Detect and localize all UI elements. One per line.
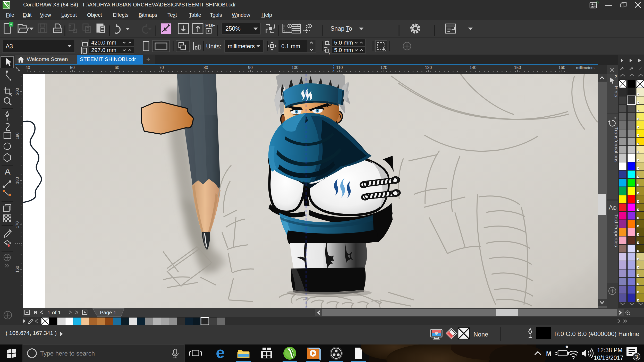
svg-text:y: y	[329, 51, 331, 55]
svg-text:Snap To: Snap To	[331, 25, 352, 32]
svg-text:0.1 mm: 0.1 mm	[281, 43, 300, 49]
svg-text:50: 50	[70, 65, 75, 70]
svg-text:140: 140	[470, 65, 477, 70]
svg-text:80: 80	[204, 65, 208, 70]
svg-text:R:0 G:0 B:0 (#000000) Hairlin: R:0 G:0 B:0 (#000000) Hairline	[554, 330, 639, 337]
svg-text:A: A	[609, 204, 613, 211]
svg-text:PDF: PDF	[205, 23, 215, 28]
svg-text:?: ?	[614, 74, 617, 79]
svg-text:M: M	[546, 350, 551, 357]
svg-text:160: 160	[558, 65, 565, 70]
svg-text:90: 90	[248, 65, 253, 70]
svg-text:A: A	[5, 167, 11, 176]
svg-text:3: 3	[635, 354, 638, 360]
svg-text:130: 130	[425, 65, 432, 70]
svg-text:120: 120	[380, 65, 387, 70]
svg-text:Type here to search: Type here to search	[40, 350, 95, 357]
svg-text:200: 200	[15, 88, 20, 95]
svg-text:Hints: Hints	[614, 86, 618, 97]
svg-text:10/13/2017: 10/13/2017	[594, 355, 623, 361]
svg-text:170: 170	[15, 221, 20, 228]
svg-text:A3: A3	[6, 43, 13, 50]
svg-text:None: None	[473, 331, 488, 338]
svg-text:250%: 250%	[225, 25, 241, 32]
svg-text:millimeters: millimeters	[228, 43, 255, 49]
svg-text:180: 180	[15, 177, 20, 184]
svg-text:297.0 mm: 297.0 mm	[91, 47, 116, 53]
svg-text:40: 40	[26, 65, 30, 70]
svg-text:Transformations: Transformations	[614, 127, 618, 162]
svg-text:12:38 PM: 12:38 PM	[597, 347, 622, 354]
svg-text:5.0 mm: 5.0 mm	[334, 47, 353, 53]
svg-text:*: *	[566, 344, 568, 351]
svg-text:70: 70	[159, 65, 164, 70]
svg-text:1 of 1: 1 of 1	[47, 309, 61, 315]
svg-text:150: 150	[514, 65, 521, 70]
svg-text:110: 110	[336, 65, 343, 70]
svg-text:60: 60	[115, 65, 119, 70]
svg-text:190: 190	[15, 133, 20, 140]
svg-text:160: 160	[15, 266, 20, 273]
svg-text:100: 100	[292, 65, 299, 70]
svg-text:Units:: Units:	[206, 43, 221, 50]
svg-text:x: x	[329, 42, 331, 46]
svg-text:420.0 mm: 420.0 mm	[91, 39, 116, 46]
svg-text:millimeters: millimeters	[576, 65, 595, 70]
svg-text:5.0 mm: 5.0 mm	[334, 39, 353, 46]
svg-text:Page 1: Page 1	[100, 310, 116, 315]
svg-text:e: e	[216, 344, 225, 361]
svg-text:Text Properties: Text Properties	[614, 214, 618, 247]
